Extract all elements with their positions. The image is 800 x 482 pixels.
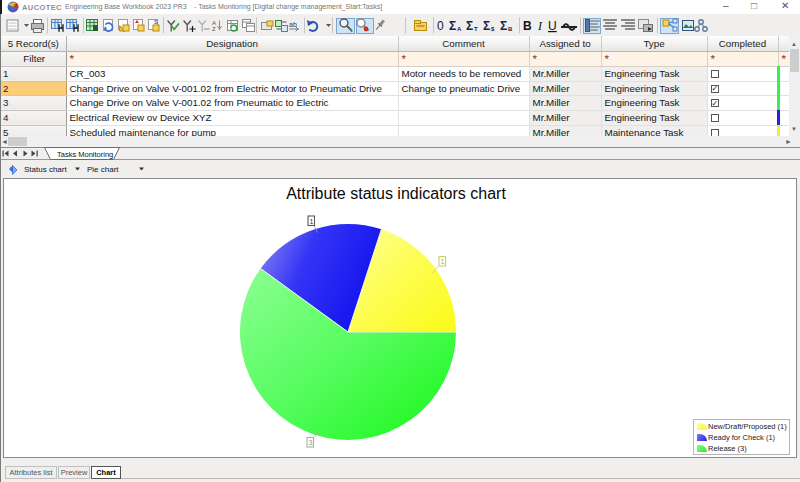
svg-text:0: 0 <box>437 19 444 33</box>
svg-text:Σ: Σ <box>449 19 456 33</box>
svg-text:T: T <box>474 26 478 32</box>
svg-text:3: 3 <box>309 439 313 446</box>
svg-text:B: B <box>508 26 513 32</box>
svg-text:I: I <box>537 19 543 33</box>
svg-text:$: $ <box>491 26 495 32</box>
svg-text:Σ: Σ <box>483 19 490 33</box>
svg-text:Z: Z <box>212 26 216 32</box>
svg-text:Σ: Σ <box>466 19 473 33</box>
svg-text:B: B <box>523 19 532 33</box>
svg-text:A: A <box>457 26 462 32</box>
svg-text:1: 1 <box>310 218 314 225</box>
svg-text:Pie chart: Pie chart <box>87 165 119 174</box>
svg-text:U: U <box>548 19 557 33</box>
svg-text:1: 1 <box>441 258 445 265</box>
svg-text:Tasks Monitoring: Tasks Monitoring <box>57 150 113 159</box>
svg-text:Σ: Σ <box>500 19 507 33</box>
svg-text:s: s <box>154 18 158 25</box>
svg-text:Status chart: Status chart <box>24 165 67 174</box>
